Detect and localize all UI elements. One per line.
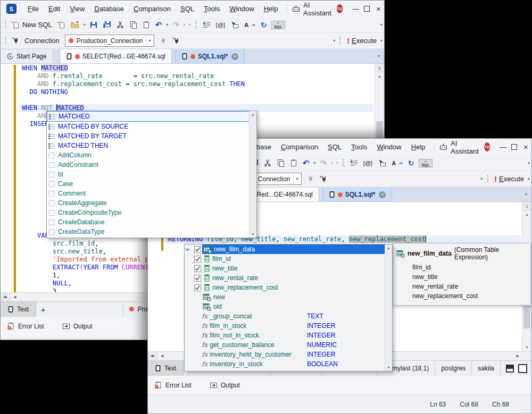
open-file-button[interactable]: [69, 20, 81, 30]
split-view-icon[interactable]: [506, 365, 514, 373]
error-list-button[interactable]: Error List: [154, 381, 192, 389]
execute-button[interactable]: Execute: [499, 175, 524, 183]
cut-button[interactable]: [114, 20, 126, 30]
copy-button[interactable]: [127, 20, 139, 30]
popup-scrollbar[interactable]: ▲▼: [249, 111, 256, 238]
code-line[interactable]: WHEN MATCHED: [20, 64, 373, 72]
rename-button[interactable]: [376, 158, 388, 168]
menu-tools[interactable]: Tools: [346, 139, 372, 155]
menu-view[interactable]: View: [65, 1, 89, 17]
scroll-down-icon[interactable]: ▼: [387, 364, 390, 371]
completion-item[interactable]: INTEGERfxinventory_held_by_customer: [185, 350, 392, 359]
completion-item[interactable]: MATCHED: [47, 111, 256, 122]
scroll-left-icon[interactable]: ◀: [10, 295, 19, 299]
new-connection-button[interactable]: +: [10, 36, 22, 46]
connection-dropdown-icon[interactable]: ▾: [146, 35, 154, 46]
redo-dropdown-icon[interactable]: ▾: [329, 160, 335, 165]
close-button[interactable]: ×: [520, 139, 531, 155]
completion-item[interactable]: new_rental_rate: [185, 273, 392, 283]
toolbar-grip-2[interactable]: [343, 159, 344, 167]
tab-start-page[interactable]: Start Page: [1, 49, 53, 63]
validate-sql-button[interactable]: ✓ SQL: [419, 159, 432, 167]
splitter-handle[interactable]: ▴▾: [375, 64, 384, 72]
format-sql-button[interactable]: [200, 20, 213, 30]
checkbox-checked-icon[interactable]: [194, 284, 201, 291]
completion-item[interactable]: MATCHED BY TARGET: [47, 131, 256, 141]
completion-item[interactable]: CreateDataType: [47, 227, 256, 236]
text-view-tab[interactable]: Text: [1, 302, 36, 317]
scroll-up-icon[interactable]: ▲: [387, 244, 390, 251]
undo-dropdown-icon[interactable]: ▾: [312, 160, 317, 165]
completion-item[interactable]: AddConstraint: [47, 160, 256, 170]
resize-grip-icon[interactable]: ⋰: [524, 407, 529, 412]
completion-popup[interactable]: MATCHEDMATCHED BY SOURCEMATCHED BY TARGE…: [46, 111, 257, 238]
validate-sql-button[interactable]: ✓ SQL: [271, 21, 285, 29]
check-spelling-button[interactable]: A⇥: [242, 21, 257, 29]
at-mentions-button[interactable]: [@]: [214, 21, 227, 29]
popup-scrollbar[interactable]: ▲▼: [385, 244, 392, 371]
completion-popup[interactable]: new_film_datafilm_idnew_titlenew_rental_…: [184, 244, 393, 371]
toolbar-overflow-icon[interactable]: ▾: [379, 22, 384, 27]
completion-item[interactable]: old: [185, 302, 392, 311]
splitter-handle-horizontal[interactable]: ◂‖▸: [148, 352, 157, 360]
check-spelling-button[interactable]: A⇥: [389, 159, 405, 167]
execute-grip[interactable]: [339, 37, 341, 45]
refresh-button[interactable]: ↻: [406, 158, 417, 168]
menu-window[interactable]: Window: [372, 139, 406, 155]
completion-item[interactable]: bt: [47, 170, 256, 179]
execute-grip[interactable]: [487, 175, 488, 183]
scroll-up-icon[interactable]: ▲: [378, 72, 381, 80]
menu-sql[interactable]: SQL: [323, 139, 346, 155]
completion-item[interactable]: AddColumn: [47, 150, 256, 160]
redo-button[interactable]: ↷: [170, 20, 181, 30]
at-mentions-button[interactable]: [@]: [361, 159, 375, 167]
output-button[interactable]: Output: [210, 382, 240, 389]
open-dropdown-icon[interactable]: ▾: [82, 22, 87, 27]
add-view-button[interactable]: +: [36, 305, 50, 314]
connbar-overflow-icon[interactable]: ▾: [479, 176, 484, 181]
menu-window[interactable]: Window: [225, 1, 259, 17]
format-sql-button[interactable]: [347, 158, 360, 168]
completion-item[interactable]: new_replacement_cost: [185, 283, 392, 292]
cut-button[interactable]: [262, 158, 273, 168]
minimize-button[interactable]: —: [350, 1, 361, 17]
checkbox-checked-icon[interactable]: [194, 265, 201, 272]
refresh-button[interactable]: ↻: [259, 20, 269, 30]
code-line[interactable]: AND f.rental_rate = src.new_rental_rate: [20, 72, 373, 80]
close-button[interactable]: ×: [373, 1, 384, 17]
chevron-down-icon[interactable]: [185, 247, 193, 252]
execute-dropdown-icon[interactable]: ▾: [526, 176, 531, 181]
completion-item[interactable]: TEXTfx_group_concat: [185, 311, 392, 321]
toolbar-grip-2[interactable]: [195, 21, 197, 29]
save-button[interactable]: [88, 20, 99, 30]
completion-item[interactable]: INTEGERfxfilm_not_in_stock: [185, 331, 392, 340]
checkbox-checked-icon[interactable]: [194, 275, 201, 282]
redo-dropdown-icon[interactable]: ▾: [182, 22, 187, 27]
ai-assistant-button[interactable]: AI Assistant: [303, 1, 331, 17]
scroll-up-icon[interactable]: ▲: [525, 210, 529, 218]
new-document-button[interactable]: *: [55, 20, 68, 30]
disconnect-button[interactable]: ×: [170, 36, 182, 46]
splitter-handle-horizontal[interactable]: ◂‖▸: [1, 293, 10, 301]
toolbar-extra-dropdown-icon[interactable]: ▾: [335, 160, 340, 165]
completion-item[interactable]: new: [185, 292, 392, 302]
code-line[interactable]: AND f.replacement_cost = src.new_replace…: [20, 80, 373, 88]
menu-comparison[interactable]: Comparison: [276, 139, 323, 155]
completion-item[interactable]: CreateCompositeType: [47, 208, 256, 217]
connbar-grip[interactable]: [5, 37, 6, 45]
scroll-left-icon[interactable]: ◀: [157, 354, 167, 358]
user-avatar[interactable]: TU: [337, 4, 343, 13]
splitter-handle[interactable]: ▴▾: [522, 202, 531, 210]
redo-button[interactable]: ↷: [318, 158, 329, 168]
completion-item[interactable]: MATCHED THEN: [47, 141, 256, 150]
text-view-tab[interactable]: Text: [148, 361, 184, 376]
completion-item[interactable]: new_title: [185, 264, 392, 273]
scroll-up-icon[interactable]: ▲: [251, 111, 255, 118]
connbar-overflow-icon[interactable]: ▾: [331, 38, 337, 43]
undo-button[interactable]: ↶: [153, 20, 164, 30]
paste-button[interactable]: [140, 20, 152, 30]
menu-help[interactable]: Help: [406, 139, 430, 155]
status-segment[interactable]: postgres: [435, 361, 471, 376]
menu-help[interactable]: Help: [259, 1, 283, 17]
rename-button[interactable]: [228, 20, 241, 30]
